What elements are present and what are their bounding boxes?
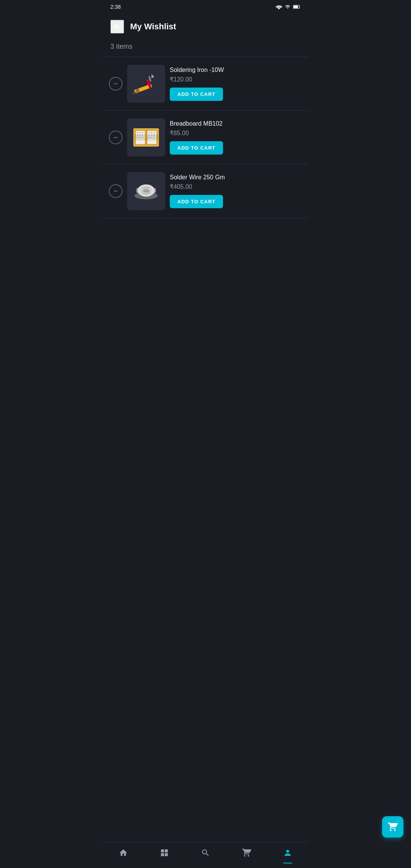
item-2-name: Breadboard MB102 xyxy=(170,120,302,127)
battery-icon xyxy=(293,5,301,9)
svg-marker-5 xyxy=(150,73,155,78)
item-3-image: 250g xyxy=(127,172,165,210)
add-to-cart-item-2-button[interactable]: ADD TO CART xyxy=(170,141,223,155)
svg-point-23 xyxy=(153,132,155,133)
list-item: 250g Solder Wire 250 Gm ₹405.00 ADD TO C… xyxy=(103,164,308,218)
item-1-image xyxy=(127,65,165,103)
item-1-details: Soldering Iron -10W ₹120.00 ADD TO CART xyxy=(170,67,302,101)
item-1-price: ₹120.00 xyxy=(170,76,302,83)
item-2-price: ₹85.00 xyxy=(170,129,302,137)
item-1-name: Soldering Iron -10W xyxy=(170,67,302,73)
svg-rect-30 xyxy=(134,134,158,140)
time: 2:38 xyxy=(110,4,121,10)
wifi-icon xyxy=(276,4,282,10)
nav-cart[interactable] xyxy=(237,847,256,859)
list-item: Soldering Iron -10W ₹120.00 ADD TO CART xyxy=(103,57,308,111)
svg-point-14 xyxy=(142,132,143,133)
item-3-details: Solder Wire 250 Gm ₹405.00 ADD TO CART xyxy=(170,174,302,208)
page-title: My Wishlist xyxy=(130,22,176,32)
wishlist-list: Soldering Iron -10W ₹120.00 ADD TO CART xyxy=(103,57,308,218)
svg-text:250g: 250g xyxy=(143,190,149,193)
status-bar: 2:38 xyxy=(103,0,308,14)
signal-icon xyxy=(285,4,291,10)
svg-rect-1 xyxy=(293,6,298,8)
item-2-details: Breadboard MB102 ₹85.00 ADD TO CART xyxy=(170,120,302,155)
item-3-price: ₹405.00 xyxy=(170,183,302,190)
svg-point-13 xyxy=(139,132,140,133)
status-icons xyxy=(276,4,301,10)
list-item: Breadboard MB102 ₹85.00 ADD TO CART xyxy=(103,111,308,164)
nav-home[interactable] xyxy=(114,847,132,859)
nav-categories[interactable] xyxy=(155,847,174,859)
item-2-image xyxy=(127,118,165,156)
remove-item-3-button[interactable] xyxy=(109,184,123,198)
items-count: 3 items xyxy=(103,40,308,57)
grid-icon xyxy=(160,848,169,857)
person-icon xyxy=(283,848,292,857)
search-icon xyxy=(201,848,210,857)
nav-profile[interactable] xyxy=(279,847,297,859)
header: My Wishlist xyxy=(103,14,308,40)
back-button[interactable] xyxy=(110,20,124,34)
item-3-name: Solder Wire 250 Gm xyxy=(170,174,302,181)
svg-point-21 xyxy=(148,132,150,133)
bottom-nav xyxy=(103,842,308,868)
nav-search[interactable] xyxy=(196,847,215,859)
cart-nav-icon xyxy=(242,848,251,857)
add-to-cart-item-1-button[interactable]: ADD TO CART xyxy=(170,88,223,101)
home-icon xyxy=(119,848,128,857)
remove-item-1-button[interactable] xyxy=(109,77,123,91)
add-to-cart-item-3-button[interactable]: ADD TO CART xyxy=(170,195,223,208)
svg-point-22 xyxy=(151,132,152,133)
svg-point-12 xyxy=(137,132,138,133)
remove-item-2-button[interactable] xyxy=(109,131,123,144)
